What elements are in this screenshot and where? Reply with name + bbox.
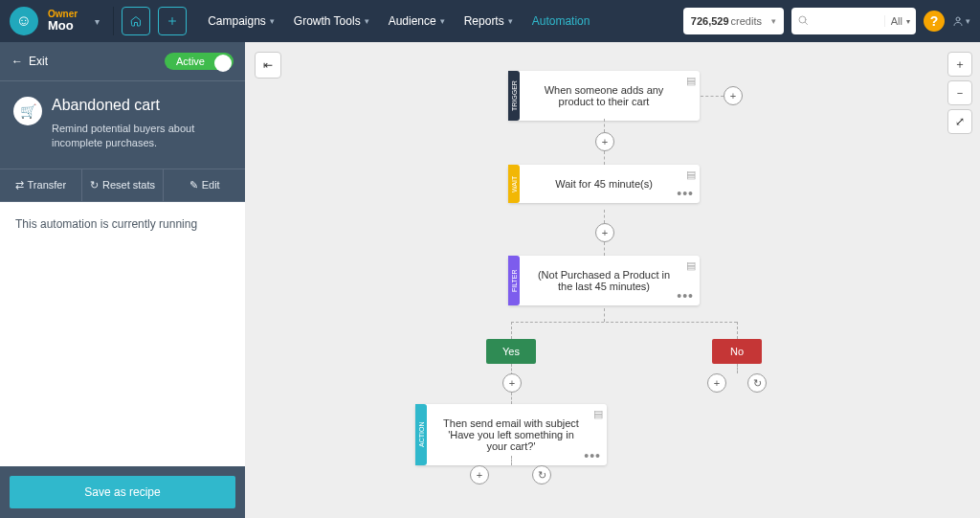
fit-screen-button[interactable]: ⤢ bbox=[947, 109, 972, 134]
edge bbox=[511, 393, 512, 404]
search-scope[interactable]: All▾ bbox=[884, 15, 916, 27]
svg-point-0 bbox=[799, 16, 806, 23]
toggle-knob bbox=[214, 55, 232, 72]
reconnect-button[interactable]: ↻ bbox=[532, 465, 551, 484]
status-label: Active bbox=[176, 56, 205, 67]
user-menu[interactable]: ▾ bbox=[952, 15, 970, 27]
edge bbox=[511, 456, 512, 465]
flow-node-wait[interactable]: WAIT Wait for 45 minute(s) ▤ ••• bbox=[508, 165, 700, 203]
note-icon[interactable]: ▤ bbox=[686, 169, 696, 181]
nav-reports[interactable]: Reports▾ bbox=[464, 14, 513, 28]
edge bbox=[737, 364, 738, 373]
exit-button[interactable]: ← Exit bbox=[11, 55, 48, 68]
help-button[interactable]: ? bbox=[924, 11, 945, 32]
zoom-out-button[interactable]: － bbox=[947, 80, 972, 105]
credits-button[interactable]: 726,529 credits ▾ bbox=[683, 8, 784, 34]
node-tab-action: ACTION bbox=[415, 404, 427, 465]
reset-icon: ↻ bbox=[90, 179, 99, 191]
transfer-icon: ⇄ bbox=[15, 179, 24, 191]
divider bbox=[113, 7, 114, 35]
edge bbox=[511, 322, 737, 323]
add-branch-button[interactable]: + bbox=[724, 86, 743, 105]
owner-block: Owner Moo bbox=[48, 9, 78, 33]
create-button[interactable] bbox=[158, 7, 187, 35]
chevron-down-icon: ▾ bbox=[270, 16, 275, 26]
edge bbox=[701, 96, 724, 97]
nav-growth-tools[interactable]: Growth Tools▾ bbox=[294, 14, 369, 28]
node-menu-button[interactable]: ••• bbox=[677, 288, 694, 304]
zoom-in-button[interactable]: ＋ bbox=[947, 52, 972, 77]
nav-campaigns[interactable]: Campaigns▾ bbox=[208, 14, 275, 28]
flow-node-filter[interactable]: FILTER (Not Purchased a Product in the l… bbox=[508, 256, 700, 305]
node-tab-wait: WAIT bbox=[508, 165, 520, 203]
add-step-button[interactable]: + bbox=[595, 132, 614, 151]
chevron-down-icon: ▾ bbox=[365, 16, 369, 26]
nav-audience[interactable]: Audience▾ bbox=[389, 14, 445, 28]
node-text: Wait for 45 minute(s) bbox=[555, 178, 653, 190]
search-box[interactable]: All▾ bbox=[791, 8, 916, 34]
edge bbox=[604, 119, 605, 132]
app-logo: ☺ bbox=[10, 7, 38, 35]
pencil-icon: ✎ bbox=[189, 179, 198, 191]
reconnect-button[interactable]: ↻ bbox=[747, 373, 767, 393]
chevron-down-icon: ▾ bbox=[508, 16, 513, 26]
branch-no[interactable]: No bbox=[712, 339, 762, 364]
recipe-title: Abandoned cart bbox=[52, 97, 232, 114]
edge bbox=[511, 322, 512, 339]
exit-label: Exit bbox=[29, 55, 48, 68]
editor-sidebar: ← Exit Active 🛒 Abandoned cart Remind po… bbox=[0, 42, 245, 518]
edge bbox=[737, 322, 738, 339]
cart-icon: 🛒 bbox=[13, 97, 42, 125]
top-nav: ☺ Owner Moo ▾ Campaigns▾ Growth Tools▾ A… bbox=[0, 0, 980, 42]
edge bbox=[604, 308, 605, 322]
add-step-button[interactable]: + bbox=[502, 373, 522, 393]
sidebar-body: This automation is currently running bbox=[0, 202, 245, 466]
edge bbox=[604, 210, 605, 223]
transfer-button[interactable]: ⇄Transfer bbox=[0, 169, 81, 201]
automation-status-text: This automation is currently running bbox=[15, 217, 197, 231]
chevron-down-icon: ▾ bbox=[440, 16, 445, 26]
home-button[interactable] bbox=[122, 7, 150, 35]
nav-automation[interactable]: Automation bbox=[532, 14, 590, 28]
zoom-controls: ＋ － ⤢ bbox=[947, 52, 972, 134]
recipe-header: 🛒 Abandoned cart Remind potential buyers… bbox=[0, 81, 245, 169]
node-menu-button[interactable]: ••• bbox=[584, 448, 601, 463]
add-step-button[interactable]: + bbox=[595, 223, 614, 242]
add-step-button[interactable]: + bbox=[707, 373, 726, 393]
edge bbox=[604, 242, 605, 256]
node-menu-button[interactable]: ••• bbox=[677, 186, 694, 201]
search-icon bbox=[791, 14, 814, 29]
node-text: Then send email with subject 'Have you l… bbox=[436, 417, 586, 452]
owner-switch-chevron-icon[interactable]: ▾ bbox=[89, 12, 105, 31]
add-step-button[interactable]: + bbox=[470, 465, 489, 484]
arrow-left-icon: ← bbox=[11, 55, 23, 68]
save-as-recipe-button[interactable]: Save as recipe bbox=[10, 476, 235, 508]
note-icon[interactable]: ▤ bbox=[686, 75, 696, 87]
node-text: (Not Purchased a Product in the last 45 … bbox=[529, 269, 679, 292]
edge bbox=[604, 151, 605, 165]
automation-canvas[interactable]: ⇤ ＋ － ⤢ TRIGGER When someone adds any pr… bbox=[245, 42, 980, 518]
node-text: When someone adds any product to their c… bbox=[529, 84, 679, 107]
automation-status-toggle[interactable]: Active bbox=[165, 53, 234, 70]
note-icon[interactable]: ▤ bbox=[686, 259, 696, 272]
owner-name: Moo bbox=[48, 19, 78, 33]
chevron-down-icon: ▾ bbox=[771, 16, 776, 26]
flow-node-trigger[interactable]: TRIGGER When someone adds any product to… bbox=[508, 71, 700, 121]
edit-button[interactable]: ✎Edit bbox=[163, 169, 245, 201]
credits-value: 726,529 bbox=[691, 15, 729, 27]
node-tab-filter: FILTER bbox=[508, 256, 520, 305]
reset-stats-button[interactable]: ↻Reset stats bbox=[81, 169, 164, 201]
recipe-description: Remind potential buyers about incomplete… bbox=[52, 122, 232, 151]
recipe-actions: ⇄Transfer ↻Reset stats ✎Edit bbox=[0, 169, 245, 202]
credits-label: credits bbox=[731, 15, 762, 27]
main-nav: Campaigns▾ Growth Tools▾ Audience▾ Repor… bbox=[208, 14, 590, 28]
note-icon[interactable]: ▤ bbox=[593, 408, 603, 420]
panel-collapse-button[interactable]: ⇤ bbox=[255, 52, 281, 79]
svg-point-1 bbox=[956, 17, 960, 21]
search-input[interactable] bbox=[814, 15, 884, 27]
branch-yes[interactable]: Yes bbox=[486, 339, 536, 364]
node-tab-trigger: TRIGGER bbox=[508, 71, 520, 121]
